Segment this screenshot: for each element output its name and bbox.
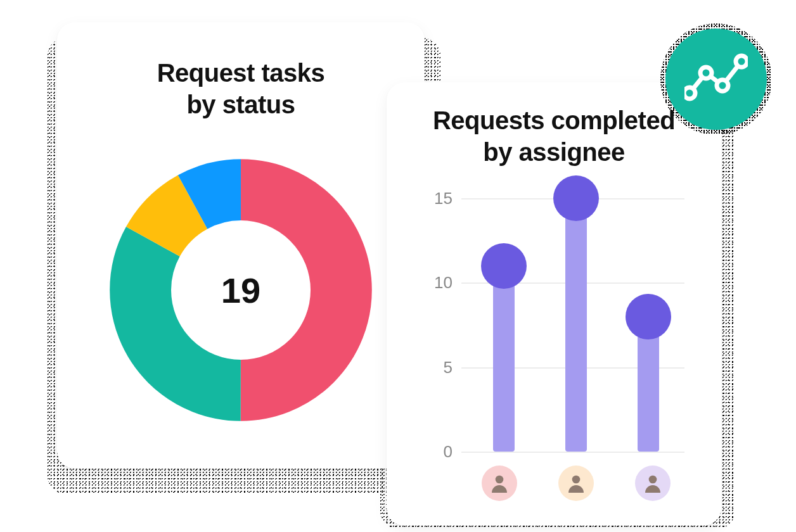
assignee-avatar xyxy=(635,466,671,501)
bar-stem xyxy=(565,198,587,452)
svg-point-0 xyxy=(496,476,504,484)
assignee-avatar xyxy=(558,466,594,501)
assignee-avatars xyxy=(461,466,691,501)
analytics-icon xyxy=(684,53,748,105)
y-tick-label: 10 xyxy=(423,273,453,293)
bar-stem xyxy=(493,266,515,452)
assignee-avatar xyxy=(482,466,517,501)
bar-chart: 051015 xyxy=(423,198,684,452)
gridline xyxy=(461,452,684,453)
bar-column xyxy=(482,198,526,452)
donut-chart: 19 xyxy=(101,151,380,429)
bar-column xyxy=(554,198,598,452)
svg-point-3 xyxy=(684,87,695,99)
bar-dot xyxy=(481,243,527,289)
card-title-line1: Request tasks xyxy=(87,57,394,89)
y-tick-label: 15 xyxy=(423,189,453,208)
analytics-badge xyxy=(665,28,767,130)
svg-point-6 xyxy=(736,56,747,67)
svg-point-2 xyxy=(648,476,657,484)
card-title-line2: by assignee xyxy=(417,136,691,168)
bar-dot xyxy=(626,294,671,339)
bar-column xyxy=(626,198,671,452)
card-title: Requests completed by assignee xyxy=(417,104,691,168)
card-title-line1: Requests completed xyxy=(417,104,691,136)
person-icon xyxy=(488,472,511,495)
y-tick-label: 5 xyxy=(423,357,453,377)
svg-point-1 xyxy=(572,476,581,484)
svg-point-4 xyxy=(700,67,712,79)
card-title: Request tasks by status xyxy=(87,57,394,120)
bar-dot xyxy=(553,175,599,221)
y-tick-label: 0 xyxy=(423,442,453,462)
stage: Request tasks by status 19 Requests comp… xyxy=(0,0,796,532)
card-title-line2: by status xyxy=(87,89,394,120)
bar-columns xyxy=(468,198,684,452)
svg-point-5 xyxy=(717,80,728,91)
card-requests-completed-by-assignee: Requests completed by assignee 051015 xyxy=(387,82,721,526)
card-request-tasks-by-status: Request tasks by status 19 xyxy=(57,22,425,469)
donut-center-value: 19 xyxy=(101,151,380,429)
person-icon xyxy=(565,472,587,495)
person-icon xyxy=(641,472,664,495)
